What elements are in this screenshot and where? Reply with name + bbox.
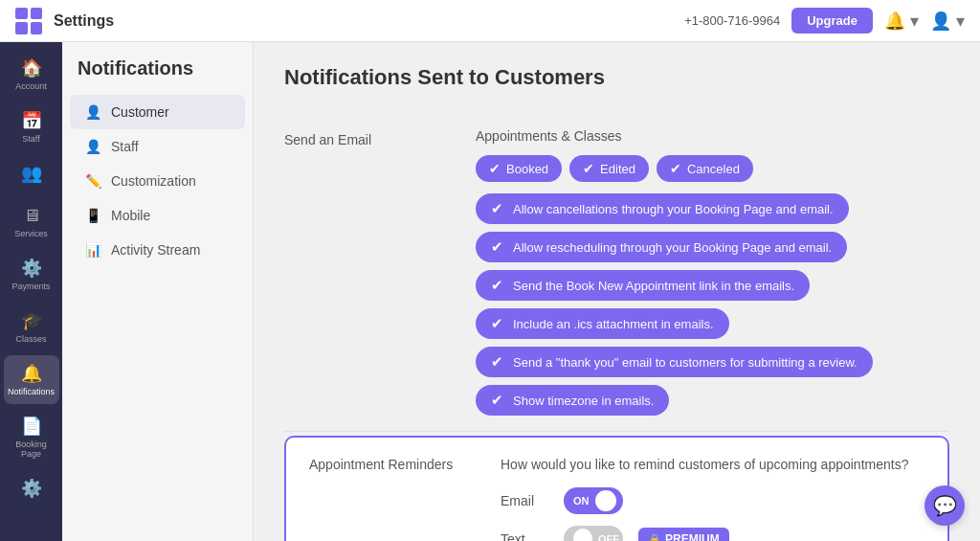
services-icon: 🖥: [23, 206, 40, 226]
customization-icon: ✏️: [85, 173, 101, 189]
toggle-book-new[interactable]: ✔ Send the Book New Appointment link in …: [476, 270, 810, 301]
chat-bubble[interactable]: 💬: [924, 485, 965, 526]
sidebar-item-staff[interactable]: 📅 Staff: [4, 102, 59, 151]
app-logo: [15, 8, 42, 34]
text-label: Text: [501, 531, 548, 541]
sidebar-item-integrations[interactable]: ⚙️: [4, 470, 59, 509]
page-title: Settings: [54, 12, 114, 30]
send-email-content: Appointments & Classes ✔ Booked ✔ Edited…: [476, 128, 949, 416]
check-icon-edited: ✔: [583, 161, 594, 176]
reminder-question: How would you like to remind customers o…: [501, 457, 908, 472]
premium-badge[interactable]: 🔒 PREMIUM: [638, 528, 729, 541]
toggle-thankyou-label: Send a "thank you" email to customers fo…: [513, 355, 858, 370]
reminders-label: Appointment Reminders: [309, 457, 462, 541]
mobile-icon: 📱: [85, 208, 101, 223]
bell-icon: 🔔: [21, 363, 42, 384]
sidebar-item-booking[interactable]: 📄 Booking Page: [4, 408, 59, 466]
email-toggle-label: ON: [573, 495, 590, 507]
topbar-left: Settings: [15, 8, 114, 34]
text-toggle-label: OFF: [598, 533, 619, 541]
sidebar-label-payments: Payments: [11, 282, 50, 291]
toggle-timezone-label: Show timezone in emails.: [513, 394, 654, 408]
staff-icon: 👤: [85, 139, 101, 154]
toggle-ics-label: Include an .ics attachment in emails.: [513, 317, 714, 331]
chip-booked[interactable]: ✔ Booked: [476, 155, 562, 182]
toggle-rescheduling-label: Allow rescheduling through your Booking …: [513, 240, 832, 255]
nav-item-customer[interactable]: 👤 Customer: [70, 95, 245, 129]
sidebar-label-services: Services: [14, 229, 48, 238]
nav-label-staff: Staff: [111, 139, 139, 154]
toggle-thankyou[interactable]: ✔ Send a "thank you" email to customers …: [476, 347, 873, 377]
payments-icon: ⚙️: [21, 258, 42, 279]
activity-icon: 📊: [85, 242, 101, 258]
nav-label-mobile: Mobile: [111, 208, 150, 223]
nav-item-customization[interactable]: ✏️ Customization: [70, 164, 245, 198]
sidebar-label-account: Account: [15, 81, 47, 91]
upgrade-button[interactable]: Upgrade: [791, 8, 873, 34]
topbar: Settings +1-800-716-9964 Upgrade 🔔 ▾ 👤 ▾: [0, 0, 980, 42]
appointments-classes-label: Appointments & Classes: [476, 128, 949, 144]
notifications-bell-icon[interactable]: 🔔 ▾: [884, 11, 919, 32]
nav-label-customer: Customer: [111, 104, 169, 120]
chip-canceled-label: Canceled: [687, 162, 740, 176]
nav-item-mobile[interactable]: 📱 Mobile: [70, 198, 245, 233]
toggle-rescheduling[interactable]: ✔ Allow rescheduling through your Bookin…: [476, 232, 847, 262]
reminder-row-text: Text OFF 🔒 PREMIUM: [501, 526, 908, 541]
chip-edited-label: Edited: [600, 162, 635, 176]
sidebar-label-staff: Staff: [22, 134, 39, 144]
account-icon: 🏠: [21, 57, 42, 79]
check-icon-book-new: ✔: [491, 277, 503, 294]
sidebar-item-account[interactable]: 🏠 Account: [4, 50, 59, 99]
send-email-label: Send an Email: [284, 128, 437, 147]
email-label: Email: [501, 493, 548, 508]
sidebar-label-notifications: Notifications: [8, 387, 55, 396]
left-sidebar: 🏠 Account 📅 Staff 👥 🖥 Services ⚙️ Paymen…: [0, 42, 62, 541]
sidebar-label-booking: Booking Page: [10, 440, 54, 459]
text-toggle-knob: [573, 529, 592, 541]
sidebar-label-classes: Classes: [15, 334, 46, 344]
chip-edited[interactable]: ✔ Edited: [569, 155, 649, 182]
phone-number: +1-800-716-9964: [684, 13, 780, 28]
toggle-cancellations-label: Allow cancellations through your Booking…: [513, 202, 834, 216]
booking-icon: 📄: [21, 416, 42, 437]
layout: 🏠 Account 📅 Staff 👥 🖥 Services ⚙️ Paymen…: [0, 42, 980, 541]
check-icon-timezone: ✔: [491, 392, 503, 409]
text-toggle[interactable]: OFF: [564, 526, 623, 541]
nav-label-customization: Customization: [111, 173, 196, 189]
toggle-timezone[interactable]: ✔ Show timezone in emails.: [476, 385, 669, 416]
check-icon-canceled: ✔: [670, 161, 681, 176]
email-toggle-knob: [595, 490, 616, 511]
classes-icon: 🎓: [21, 310, 42, 331]
sidebar-item-payments[interactable]: ⚙️ Payments: [4, 250, 59, 299]
toggle-ics[interactable]: ✔ Include an .ics attachment in emails.: [476, 308, 729, 339]
sidebar-item-services[interactable]: 🖥 Services: [4, 198, 59, 246]
nav-item-staff[interactable]: 👤 Staff: [70, 129, 245, 164]
nav-sidebar-title: Notifications: [62, 57, 253, 95]
integrations-icon: ⚙️: [21, 478, 42, 499]
check-icon-ics: ✔: [491, 315, 503, 332]
clients-icon: 👥: [21, 163, 42, 184]
chips-row: ✔ Booked ✔ Edited ✔ Canceled: [476, 155, 949, 182]
chip-booked-label: Booked: [506, 162, 548, 176]
check-icon-thankyou: ✔: [491, 353, 503, 371]
toggle-book-new-label: Send the Book New Appointment link in th…: [513, 279, 794, 293]
topbar-right: +1-800-716-9964 Upgrade 🔔 ▾ 👤 ▾: [684, 8, 965, 34]
reminder-right: How would you like to remind customers o…: [501, 457, 908, 541]
lock-icon: 🔒: [648, 533, 661, 542]
sidebar-item-notifications[interactable]: 🔔 Notifications: [4, 355, 59, 404]
check-icon-booked: ✔: [489, 161, 501, 176]
email-toggle[interactable]: ON: [564, 487, 623, 514]
customer-icon: 👤: [85, 104, 101, 120]
reminder-rows: Email ON Text OFF: [501, 487, 908, 541]
check-icon-cancellations: ✔: [491, 200, 503, 217]
toggle-cancellations[interactable]: ✔ Allow cancellations through your Booki…: [476, 193, 849, 224]
nav-item-activity[interactable]: 📊 Activity Stream: [70, 233, 245, 267]
sidebar-item-clients[interactable]: 👥: [4, 155, 59, 194]
check-icon-rescheduling: ✔: [491, 238, 503, 256]
sidebar-item-classes[interactable]: 🎓 Classes: [4, 303, 59, 351]
user-menu-icon[interactable]: 👤 ▾: [930, 11, 965, 32]
appointment-reminders-box: Appointment Reminders How would you like…: [284, 436, 949, 541]
main-content: Notifications Sent to Customers Send an …: [254, 42, 980, 541]
reminder-row-email: Email ON: [501, 487, 908, 514]
chip-canceled[interactable]: ✔ Canceled: [657, 155, 753, 182]
